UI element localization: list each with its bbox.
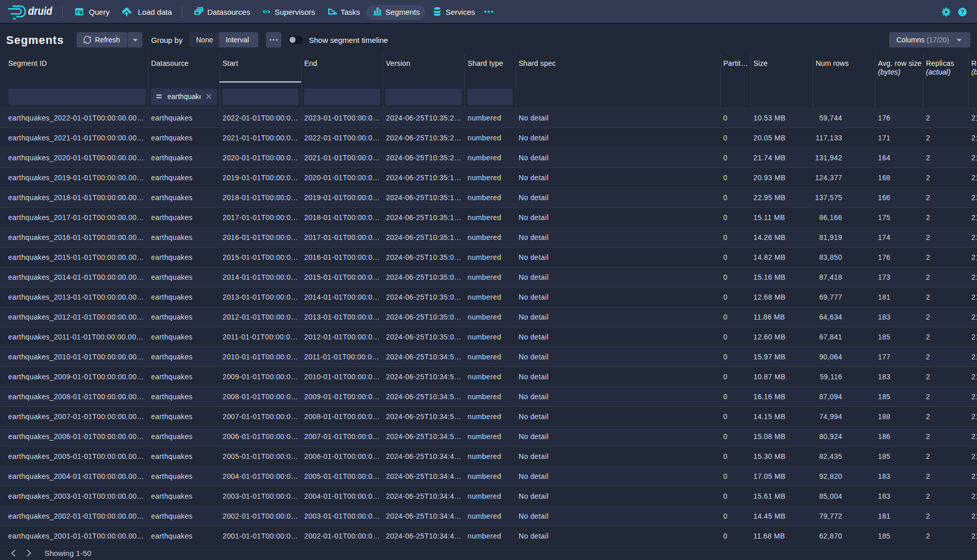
svg-text:?: ? <box>961 8 965 16</box>
